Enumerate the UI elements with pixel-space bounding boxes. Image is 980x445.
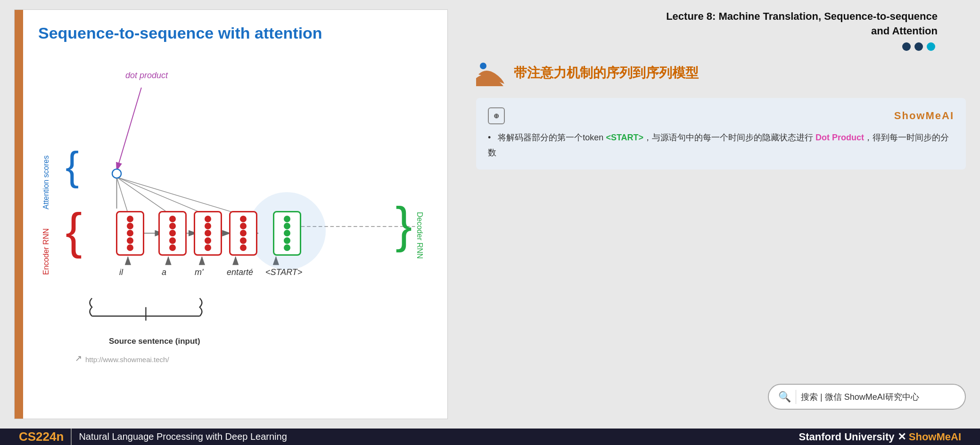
lecture-title-sub: and Attention <box>833 25 938 37</box>
footer-showmeai: ShowMeAI <box>909 431 961 443</box>
source-url: http://www.showmeai.tech/ <box>85 356 169 364</box>
content-area: Sequence-to-sequence with attention <box>0 0 980 429</box>
right-panel: Lecture 8: Machine Translation, Sequence… <box>462 0 980 429</box>
decoder-brace: { <box>395 200 412 250</box>
annotation-part2: ，与源语句中的每一个时间步的隐藏状态进行 <box>643 133 815 142</box>
decoder-rnn-label: Decoder RNN <box>415 212 424 259</box>
footer: CS224n Natural Language Processing with … <box>0 429 980 445</box>
ai-icon: ⊕ <box>488 107 505 124</box>
source-icon: ↗ <box>75 353 82 364</box>
right-panel-inner: Lecture 8: Machine Translation, Sequence… <box>476 9 966 170</box>
lecture-title-text: Lecture 8: Machine Translation, Sequence… <box>666 10 938 22</box>
svg-line-12 <box>117 177 236 213</box>
svg-line-0 <box>117 88 141 170</box>
footer-left: CS224n Natural Language Processing with … <box>19 429 287 445</box>
word-start: <START> <box>265 267 302 277</box>
attention-brace: { <box>66 146 79 186</box>
footer-separator <box>71 429 72 445</box>
encoder-brace: { <box>66 206 82 256</box>
word-il: il <box>119 267 123 277</box>
search-text: 搜索 | 微信 ShowMeAI研究中心 <box>801 391 919 403</box>
search-container: 🔍 搜索 | 微信 ShowMeAI研究中心 <box>476 384 966 419</box>
slide-title: Sequence-to-sequence with attention <box>38 24 428 42</box>
svg-line-11 <box>117 177 202 213</box>
source-sentence-label: Source sentence (input) <box>109 337 200 346</box>
rnn-node-4 <box>229 211 257 256</box>
dot-3 <box>927 42 935 51</box>
chinese-title: 带注意力机制的序列到序列模型 <box>514 64 699 82</box>
dot-2 <box>914 42 923 51</box>
main-container: Sequence-to-sequence with attention <box>0 0 980 445</box>
slide-content: Sequence-to-sequence with attention <box>15 10 447 419</box>
lecture-header: Lecture 8: Machine Translation, Sequence… <box>476 9 966 51</box>
svg-point-19 <box>112 169 121 178</box>
word-m: m' <box>195 267 203 277</box>
search-box[interactable]: 🔍 搜索 | 微信 ShowMeAI研究中心 <box>768 384 966 410</box>
footer-right: Stanford University ✕ ShowMeAI <box>799 431 961 443</box>
svg-line-10 <box>117 177 168 213</box>
word-entarte: entarté <box>227 267 253 277</box>
annotation-box: ⊕ ShowMeAI • 将解码器部分的第一个token <START>，与源语… <box>476 98 966 170</box>
chinese-title-section: 带注意力机制的序列到序列模型 <box>476 60 966 86</box>
svg-point-20 <box>480 63 486 69</box>
dot-product-label: dot product <box>125 71 168 81</box>
search-icon: 🔍 <box>778 391 791 403</box>
footer-x: ✕ <box>898 431 909 443</box>
rnn-node-start <box>273 211 301 256</box>
annotation-header: ⊕ ShowMeAI <box>488 107 954 124</box>
attention-scores-label: Attention scores <box>42 155 50 210</box>
diagram-area: dot product Attention scores { Encoder R… <box>38 52 428 419</box>
encoder-rnn-label: Encoder RNN <box>42 228 50 275</box>
wave-icon <box>476 60 507 86</box>
svg-line-9 <box>117 177 128 213</box>
word-a: a <box>162 267 166 277</box>
rnn-node-1 <box>116 211 144 256</box>
footer-course-code: CS224n <box>19 429 64 444</box>
slide-panel: Sequence-to-sequence with attention <box>14 9 448 419</box>
rnn-node-3 <box>194 211 222 256</box>
lecture-title: Lecture 8: Machine Translation, Sequence… <box>476 9 938 39</box>
lecture-dots <box>476 42 938 51</box>
dot-product-term: Dot Product <box>815 133 864 142</box>
annotation-text: • 将解码器部分的第一个token <START>，与源语句中的每一个时间步的隐… <box>488 130 954 161</box>
search-divider <box>796 390 796 404</box>
showmeai-brand: ShowMeAI <box>894 110 954 122</box>
footer-description: Natural Language Processing with Deep Le… <box>79 431 287 442</box>
rnn-node-2 <box>158 211 187 256</box>
annotation-part1: 将解码器部分的第一个token <box>498 133 606 142</box>
start-token: <START> <box>606 133 643 142</box>
bullet-symbol: • <box>488 133 491 142</box>
footer-stanford: Stanford University <box>799 431 895 443</box>
ai-icon-text: ⊕ <box>494 112 499 120</box>
dot-1 <box>902 42 911 51</box>
